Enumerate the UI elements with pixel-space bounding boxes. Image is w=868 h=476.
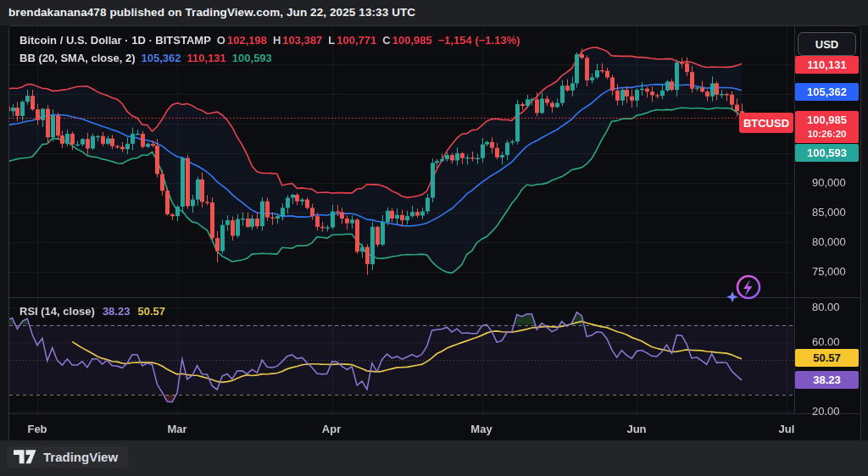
open-label: O [217, 34, 225, 47]
bb-upper-value: 110,131 [187, 52, 226, 64]
low-label: L [328, 34, 335, 47]
bb-legend-row[interactable]: BB (20, SMA, close, 2) 105,362 110,131 1… [19, 49, 520, 67]
open-value: 102,198 [227, 34, 267, 47]
bb-basis-value: 105,362 [142, 52, 181, 64]
currency-toggle-button[interactable]: USD [798, 32, 856, 56]
main-legend: Bitcoin / U.S. Dollar · 1D · BITSTAMP O1… [19, 31, 520, 67]
high-label: H [273, 34, 281, 47]
publish-header: brendakanana478 published on TradingView… [0, 0, 868, 25]
last-price-value: 100,985 [807, 113, 847, 127]
tradingview-logo-icon [14, 450, 36, 464]
time-axis-label: Apr [322, 423, 341, 435]
high-value: 103,387 [282, 34, 322, 47]
rsi-tick: 20.00 [803, 405, 861, 418]
rsi-value: 38.23 [103, 305, 131, 318]
tradingview-brand[interactable]: TradingView [7, 446, 128, 468]
price-tick: 85,000 [803, 206, 861, 219]
brand-text: TradingView [43, 450, 118, 464]
rsi-tick: 60.00 [803, 335, 861, 348]
symbol-legend-row[interactable]: Bitcoin / U.S. Dollar · 1D · BITSTAMP O1… [19, 31, 520, 49]
time-axis-label: Jun [626, 423, 646, 435]
last-price-badge: 100,985 10:26:20 [795, 111, 859, 143]
tradingview-snapshot: brendakanana478 published on TradingView… [0, 0, 868, 476]
price-tick: 75,000 [803, 265, 861, 278]
time-axis-label: Jul [779, 423, 795, 435]
chart-frame: Bitcoin / U.S. Dollar · 1D · BITSTAMP O1… [8, 25, 861, 442]
rsi-ma-badge: 50.57 [795, 349, 859, 367]
price-tick: 80,000 [803, 235, 861, 248]
time-axis-label: Mar [167, 423, 186, 435]
flash-icon [723, 270, 767, 313]
close-value: 100,985 [392, 34, 432, 47]
time-axis-label: May [470, 423, 492, 435]
bb-lower-value: 100,593 [232, 52, 272, 64]
publish-line: brendakanana478 published on TradingView… [8, 0, 415, 25]
time-axis-label: Feb [27, 423, 47, 435]
rsi-ma-value: 50.57 [137, 305, 165, 318]
bar-countdown: 10:26:20 [807, 127, 846, 141]
rsi-title[interactable]: RSI (14, close) [19, 305, 95, 318]
bb-upper-price-badge: 110,131 [795, 56, 859, 74]
symbol-price-tag: BTCUSD [739, 113, 793, 133]
footer-bar: TradingView [0, 440, 868, 476]
close-label: C [382, 34, 390, 47]
price-chart-canvas[interactable] [9, 26, 860, 441]
symbol-title[interactable]: Bitcoin / U.S. Dollar · 1D · BITSTAMP [19, 34, 211, 47]
bb-basis-price-badge: 105,362 [795, 83, 859, 101]
rsi-value-badge: 38.23 [795, 371, 859, 389]
low-value: 100,771 [337, 34, 376, 47]
price-tick: 90,000 [803, 176, 861, 189]
bb-title[interactable]: BB (20, SMA, close, 2) [19, 52, 136, 64]
change-value: −1,154 (−1.13%) [438, 34, 520, 47]
rsi-tick: 80.00 [803, 301, 861, 313]
bb-lower-price-badge: 100,593 [795, 144, 859, 162]
rsi-legend[interactable]: RSI (14, close) 38.23 50.57 [19, 305, 165, 318]
